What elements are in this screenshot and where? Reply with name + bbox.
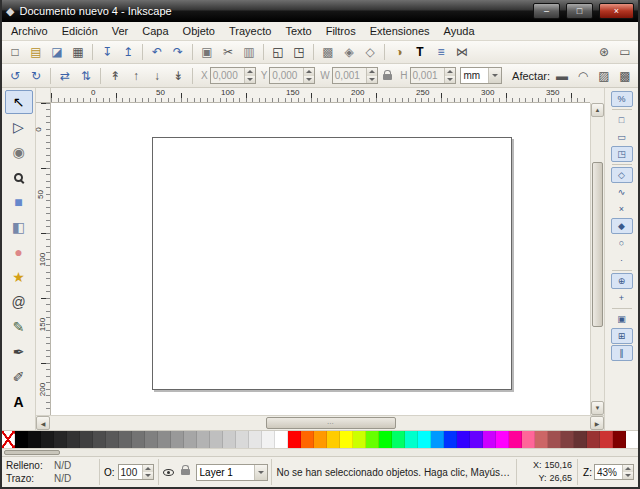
palette-scrollbar[interactable] — [2, 448, 638, 456]
xml-editor-button[interactable]: ⋈ — [452, 43, 472, 62]
palette-swatch[interactable] — [392, 431, 405, 448]
affect-stroke-width-button[interactable]: ▬ — [552, 66, 572, 85]
redo-button[interactable]: ↷ — [168, 43, 188, 62]
palette-swatch[interactable] — [535, 431, 548, 448]
palette-swatch[interactable] — [301, 431, 314, 448]
units-dropdown[interactable]: mm — [460, 67, 503, 84]
scroll-thumb[interactable] — [592, 162, 603, 327]
fill-stroke-dialog-button[interactable]: ◑ — [389, 43, 409, 62]
cut-button[interactable]: ✂ — [218, 43, 238, 62]
palette-swatch[interactable] — [431, 431, 444, 448]
flip-vertical-button[interactable]: ⇅ — [76, 66, 96, 85]
palette-swatch[interactable] — [171, 431, 184, 448]
snap-page-border-button[interactable]: ▣ — [611, 311, 633, 327]
palette-swatch[interactable] — [93, 431, 106, 448]
align-dialog-button[interactable]: ≡ — [431, 43, 451, 62]
palette-swatch[interactable] — [418, 431, 431, 448]
scroll-track[interactable] — [50, 416, 590, 430]
palette-swatch[interactable] — [587, 431, 600, 448]
new-document-button[interactable]: □ — [5, 43, 25, 62]
calligraphy-tool-button[interactable]: ✐ — [5, 365, 33, 389]
preferences-button[interactable]: ⊛ — [594, 43, 614, 62]
zoom-input[interactable]: 43% — [594, 464, 634, 480]
scroll-right-button[interactable]: ▶ — [590, 416, 604, 430]
rectangle-tool-button[interactable]: ■ — [5, 190, 33, 214]
snap-guides-button[interactable]: ∥ — [611, 345, 633, 361]
palette-swatch[interactable] — [275, 431, 288, 448]
palette-swatch[interactable] — [132, 431, 145, 448]
palette-swatch[interactable] — [340, 431, 353, 448]
palette-swatch[interactable] — [41, 431, 54, 448]
box3d-tool-button[interactable]: ◧ — [5, 215, 33, 239]
unlink-clone-button[interactable]: ◇ — [360, 43, 380, 62]
zoom-drawing-button[interactable]: ◱ — [268, 43, 288, 62]
spin-up-button[interactable] — [304, 68, 314, 76]
snap-grids-button[interactable]: ⊞ — [611, 328, 633, 344]
spiral-tool-button[interactable]: @ — [5, 290, 33, 314]
palette-swatch[interactable] — [119, 431, 132, 448]
horizontal-scrollbar[interactable]: ◀ ▶ — [36, 415, 604, 430]
document-properties-button[interactable]: ▭ — [615, 43, 635, 62]
chevron-down-icon[interactable] — [488, 68, 501, 83]
horizontal-ruler[interactable]: 050100150200250300350 — [51, 88, 590, 103]
rotate-cw-button[interactable]: ↻ — [26, 66, 46, 85]
menu-item-extensiones[interactable]: Extensiones — [363, 23, 437, 39]
vertical-scrollbar[interactable]: ▲ ▼ — [590, 103, 604, 415]
palette-swatch[interactable] — [379, 431, 392, 448]
palette-swatch[interactable] — [626, 431, 638, 448]
palette-swatch[interactable] — [483, 431, 496, 448]
palette-swatch[interactable] — [197, 431, 210, 448]
height-input[interactable]: 0,001 — [410, 67, 456, 84]
affect-gradients-button[interactable]: ▨ — [594, 66, 614, 85]
chevron-down-icon[interactable] — [254, 465, 267, 480]
layer-visibility-button[interactable] — [160, 464, 177, 481]
titlebar[interactable]: ◆ Documento nuevo 4 - Inkscape – □ × — [2, 0, 638, 22]
lower-button[interactable]: ↓ — [147, 66, 167, 85]
affect-patterns-button[interactable]: ▩ — [615, 66, 635, 85]
snap-bbox-corners-button[interactable]: ◳ — [611, 146, 633, 162]
palette-swatch[interactable] — [496, 431, 509, 448]
x-input[interactable]: 0,000 — [210, 67, 256, 84]
snap-rotation-centers-button[interactable]: + — [611, 290, 633, 306]
snap-cusp-nodes-button[interactable]: ◆ — [611, 218, 633, 234]
palette-swatch[interactable] — [314, 431, 327, 448]
pencil-tool-button[interactable]: ✎ — [5, 315, 33, 339]
text-dialog-button[interactable]: T — [410, 43, 430, 62]
palette-swatch[interactable] — [210, 431, 223, 448]
vertical-ruler[interactable]: 050100150200 — [36, 103, 51, 415]
affect-corners-button[interactable]: ◠ — [573, 66, 593, 85]
snap-nodes-button[interactable]: ◇ — [611, 167, 633, 183]
rotate-ccw-button[interactable]: ↺ — [5, 66, 25, 85]
palette-swatch[interactable] — [288, 431, 301, 448]
copy-button[interactable]: ▣ — [197, 43, 217, 62]
palette-swatch[interactable] — [444, 431, 457, 448]
minimize-button[interactable]: – — [533, 3, 560, 19]
menu-item-edicin[interactable]: Edición — [55, 23, 105, 39]
palette-swatch[interactable] — [522, 431, 535, 448]
duplicate-button[interactable]: ▩ — [318, 43, 338, 62]
palette-swatch[interactable] — [236, 431, 249, 448]
palette-swatch[interactable] — [327, 431, 340, 448]
palette-swatch-none[interactable] — [2, 431, 15, 448]
y-input[interactable]: 0,000 — [269, 67, 315, 84]
snap-midpoints-button[interactable]: · — [611, 252, 633, 268]
snap-smooth-nodes-button[interactable]: ○ — [611, 235, 633, 251]
spin-down-button[interactable] — [445, 76, 455, 84]
save-document-button[interactable]: ◪ — [47, 43, 67, 62]
menu-item-texto[interactable]: Texto — [278, 23, 318, 39]
palette-swatch[interactable] — [249, 431, 262, 448]
palette-swatch[interactable] — [353, 431, 366, 448]
palette-swatch[interactable] — [80, 431, 93, 448]
canvas-viewport[interactable] — [51, 103, 590, 415]
lower-to-bottom-button[interactable]: ↡ — [168, 66, 188, 85]
palette-swatch[interactable] — [470, 431, 483, 448]
palette-swatch[interactable] — [67, 431, 80, 448]
tweak-tool-button[interactable]: ◉ — [5, 140, 33, 164]
scroll-down-button[interactable]: ▼ — [591, 401, 604, 415]
spin-down-button[interactable] — [623, 472, 633, 479]
open-document-button[interactable]: ▤ — [26, 43, 46, 62]
palette-swatch[interactable] — [548, 431, 561, 448]
scroll-thumb[interactable] — [4, 450, 60, 455]
maximize-button[interactable]: □ — [566, 3, 593, 19]
export-button[interactable]: ↥ — [118, 43, 138, 62]
